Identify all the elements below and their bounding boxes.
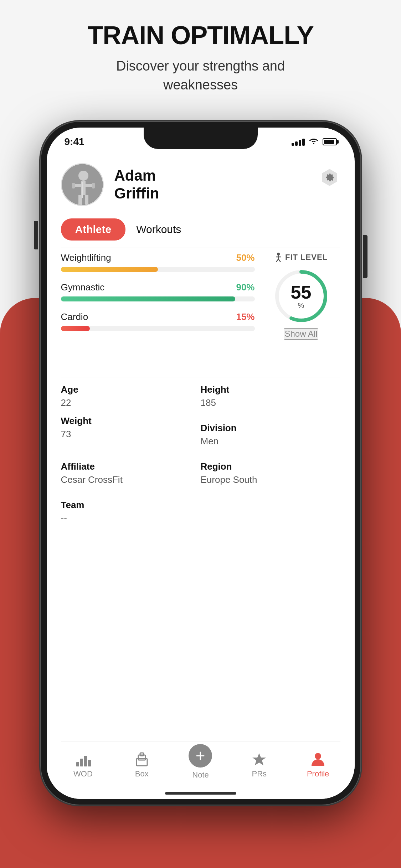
svg-marker-24 (252, 753, 266, 765)
note-icon (189, 744, 212, 768)
division-value: Men (201, 436, 340, 447)
svg-rect-18 (88, 760, 91, 766)
svg-rect-17 (84, 756, 87, 766)
svg-point-2 (78, 171, 88, 181)
stats-section: Weightlifting 50% Gymnastic 90% (61, 252, 340, 341)
settings-button[interactable] (319, 167, 340, 188)
note-label: Note (192, 770, 209, 780)
tab-workouts[interactable]: Workouts (136, 223, 181, 236)
prs-label: PRs (252, 769, 267, 779)
gymnastic-value: 90% (236, 282, 255, 293)
screen-content: Adam Griffin Athlete Workouts (47, 156, 355, 799)
cardio-label: Cardio (61, 311, 88, 322)
status-icons (292, 137, 337, 147)
fit-circle: 55 % (273, 268, 330, 325)
nav-prs[interactable]: PRs (230, 752, 289, 779)
bio-section: Age 22 Height 185 Weight 73 Division Men (61, 384, 340, 524)
bio-age: Age 22 (61, 384, 201, 408)
svg-rect-16 (80, 759, 83, 766)
show-all-button[interactable]: Show All (284, 328, 318, 340)
nav-box[interactable]: Box (112, 752, 171, 779)
bio-grid: Age 22 Height 185 Weight 73 Division Men (61, 384, 340, 524)
fit-level-icon (274, 252, 282, 262)
profile-icon (309, 752, 327, 766)
fit-number: 55 (291, 283, 312, 301)
profile-name: Adam Griffin (114, 167, 159, 203)
svg-rect-5 (86, 184, 93, 187)
weight-label: Weight (61, 415, 201, 427)
phone-screen: 9:41 (47, 128, 355, 799)
svg-rect-3 (81, 181, 86, 195)
svg-point-25 (315, 753, 321, 759)
battery-icon (323, 138, 337, 145)
svg-line-14 (278, 259, 281, 262)
header-subtitle: Discover your strengths andweaknesses (0, 57, 401, 94)
wod-icon (74, 752, 92, 766)
fit-level-header: FIT LEVEL (274, 252, 328, 262)
team-label: Team (61, 500, 201, 511)
header-title: TRAIN OPTIMALLY (0, 21, 401, 50)
height-label: Height (201, 384, 340, 395)
bio-weight-container: Weight 73 (61, 415, 201, 447)
height-value: 185 (201, 397, 340, 408)
svg-rect-15 (76, 762, 79, 766)
fit-level-container: FIT LEVEL 55 % Show All (262, 252, 340, 341)
gymnastic-progress-track (61, 296, 255, 301)
workout-stats: Weightlifting 50% Gymnastic 90% (61, 252, 255, 341)
cardio-progress-track (61, 326, 255, 331)
gymnastic-label: Gymnastic (61, 282, 105, 293)
bio-team: Team -- (61, 500, 201, 524)
svg-rect-4 (74, 184, 81, 187)
nav-note[interactable]: Note (171, 751, 230, 780)
svg-rect-7 (92, 183, 95, 188)
fit-circle-text: 55 % (291, 283, 312, 310)
svg-rect-9 (85, 195, 88, 205)
age-value: 22 (61, 397, 201, 408)
notch (144, 128, 258, 149)
svg-rect-8 (78, 195, 82, 205)
status-time: 9:41 (65, 136, 84, 148)
weightlifting-stat: Weightlifting 50% (61, 252, 255, 272)
tab-athlete[interactable]: Athlete (61, 218, 126, 241)
affiliate-label: Affiliate (61, 461, 201, 472)
stats-divider (61, 377, 340, 377)
avatar (61, 163, 104, 206)
wifi-icon (309, 137, 318, 147)
team-value: -- (61, 513, 201, 524)
region-value: Europe South (201, 474, 340, 485)
weightlifting-value: 50% (236, 252, 255, 263)
profile-label: Profile (307, 769, 329, 779)
affiliate-value: Cesar CrossFit (61, 474, 201, 485)
profile-name-text: Adam Griffin (114, 167, 159, 203)
weightlifting-progress-fill (61, 267, 158, 272)
cardio-stat: Cardio 15% (61, 311, 255, 331)
nav-wod[interactable]: WOD (54, 752, 113, 779)
wod-label: WOD (73, 769, 93, 779)
cardio-progress-fill (61, 326, 90, 331)
header-area: TRAIN OPTIMALLY Discover your strengths … (0, 21, 401, 95)
weightlifting-label: Weightlifting (61, 252, 111, 263)
prs-icon (250, 752, 268, 766)
avatar-image (62, 164, 103, 205)
svg-rect-6 (72, 183, 75, 188)
svg-rect-1 (62, 164, 103, 205)
signal-icon (292, 138, 305, 146)
svg-line-13 (276, 259, 278, 262)
gymnastic-progress-fill (61, 296, 236, 301)
division-label: Division (201, 423, 340, 434)
fit-percent: % (291, 301, 312, 310)
nav-profile[interactable]: Profile (289, 752, 348, 779)
bio-region: Region Europe South (201, 461, 340, 485)
box-icon (133, 752, 151, 766)
weightlifting-progress-track (61, 267, 255, 272)
weight-value: 73 (61, 429, 201, 440)
region-label: Region (201, 461, 340, 472)
bio-affiliate: Affiliate Cesar CrossFit (61, 461, 201, 485)
bio-division: Division Men (201, 423, 340, 447)
settings-icon (321, 169, 338, 186)
age-label: Age (61, 384, 201, 395)
bio-height: Height 185 (201, 384, 340, 408)
svg-point-10 (277, 253, 280, 255)
gymnastic-stat: Gymnastic 90% (61, 282, 255, 301)
home-indicator (165, 792, 236, 795)
